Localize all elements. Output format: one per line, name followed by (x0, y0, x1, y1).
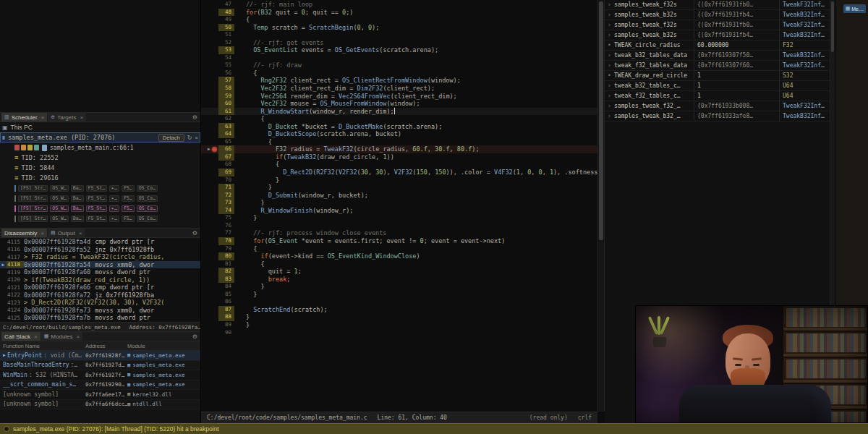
editor-line[interactable]: 51 (201, 31, 597, 39)
close-icon[interactable]: × (79, 230, 82, 237)
disassembly-row[interactable]: 4117> F32 radius = TweakF32(circle_radiu… (0, 253, 200, 261)
expander-icon[interactable]: › (608, 32, 612, 38)
editor-line[interactable]: 89} (201, 321, 597, 329)
close-icon[interactable]: × (41, 230, 44, 237)
tab-output[interactable]: ▤ Output × (48, 229, 85, 237)
editor-line[interactable]: 67 if(TweakB32(draw_red_circle, 1)) (201, 153, 597, 161)
refresh-icon[interactable]: ↻ (187, 135, 192, 141)
expander-icon[interactable]: › (608, 52, 612, 59)
callstack-row[interactable]: WinMain: S32 (HINSTA…0x7ff61927f…▦sample… (0, 370, 200, 380)
watch-value[interactable]: 1 (694, 71, 780, 80)
expander-icon[interactable]: › (608, 1, 612, 8)
watch-value[interactable]: {(0x7ff61931fb4… (694, 10, 780, 20)
gear-icon[interactable]: ⚙ (192, 230, 197, 237)
expander-icon[interactable]: • (608, 42, 612, 48)
editor-line[interactable]: 90 (201, 329, 597, 337)
thread-stack-row[interactable]: [FS] Str…OS_W…Ba…F5_St…▸…F5…OS_Co… (0, 203, 200, 213)
watch-row[interactable]: ›samples_tweak_b32s{(0x7ff61931fb4…Tweak… (605, 30, 835, 41)
disassembly-row[interactable]: 41250x00007ff61928fa7bmovss dword ptr (0, 314, 200, 322)
expander-icon[interactable]: • (608, 72, 612, 79)
editor-line[interactable]: 72 D_Submit(window_r, bucket); (201, 192, 597, 200)
scrollbar-thumb[interactable] (831, 1, 834, 52)
close-icon[interactable]: × (41, 114, 45, 121)
editor-line[interactable]: 52 //- rjf: get events (201, 39, 597, 47)
disassembly-row[interactable]: ▶41180x00007ff61928fa54movss xmm0, dwor (0, 261, 200, 269)
breakpoint-gutter[interactable]: ▶ (201, 147, 218, 152)
expander-icon[interactable]: › (608, 113, 612, 119)
tab-targets[interactable]: ⊕ Targets × (48, 113, 86, 122)
callstack-row[interactable]: [unknown symbol]0x7ffa6f6dcc…▦ntdll.dll (0, 400, 200, 410)
watch-row[interactable]: ›samples_tweak_f32_…{0x7ff61933b008…Twea… (605, 101, 835, 111)
expander-icon[interactable]: › (608, 22, 612, 28)
watch-row[interactable]: ›samples_tweak_f32s{(0x7ff61931fb0…Tweak… (605, 20, 835, 30)
editor-line[interactable]: 83 break; (201, 276, 597, 284)
expander-icon[interactable]: › (608, 93, 612, 99)
editor-line[interactable]: 58 Vec2F32 client_rect_dim = Dim2F32(cli… (201, 85, 597, 93)
editor-line[interactable]: 88} (201, 313, 597, 321)
editor-line[interactable]: 63 D_Bucket *bucket = D_BucketMake(scrat… (201, 123, 597, 131)
callstack-row[interactable]: __scrt_common_main_s…0x7ff619290…▦sample… (0, 380, 200, 391)
close-icon[interactable]: × (80, 114, 83, 121)
watch-row[interactable]: ›tweak_f32_tables_c…1U64 (605, 91, 835, 101)
metrics-window-tab[interactable]: ▦ Me… (843, 4, 866, 13)
expander-icon[interactable]: › (608, 103, 612, 109)
editor-line[interactable]: 53 OS_EventList events = OS_GetEvents(sc… (201, 46, 597, 54)
editor-line[interactable]: 60 Vec2F32 mouse = OS_MouseFromWindow(wi… (201, 100, 597, 108)
editor-line[interactable]: 68 { (201, 161, 597, 169)
thread-location-row[interactable]: samples_meta_main.c:66:1 (0, 142, 200, 153)
watch-value[interactable]: 1 (694, 91, 780, 101)
editor-scrollbar[interactable] (597, 0, 605, 412)
watch-row[interactable]: ›tweak_b32_tables_data{0x7ff619307f50…Tw… (605, 51, 835, 61)
thread-stack-row[interactable]: [FS] Str…OS_W…Ba…F5_St…▸…F5…OS_Co… (0, 183, 200, 193)
editor-line[interactable]: 47//- rjf: main loop (201, 1, 597, 9)
disassembly-row[interactable]: 41220x00007ff61928fa72jz 0x7ff61928fba (0, 292, 200, 299)
watch-value[interactable]: {(0x7ff61931fb0… (694, 0, 780, 9)
editor-line[interactable]: 50 Temp scratch = ScratchBegin(0, 0); (201, 24, 597, 32)
watch-row[interactable]: ›samples_tweak_f32s{(0x7ff61931fb0…Tweak… (605, 0, 835, 10)
watch-row[interactable]: ›samples_tweak_b32s{(0x7ff61931fb4…Tweak… (605, 10, 835, 20)
thread-row[interactable]: ≡TID: 29616 (0, 173, 200, 183)
editor-line[interactable]: 59 Vec2S64 render_dim = Vec2S64FromVec(c… (201, 93, 597, 101)
disassembly-panel[interactable]: 41150x00007ff61928fa4dcmp dword ptr [r41… (0, 238, 200, 322)
editor-line[interactable]: 81 { (201, 260, 597, 268)
editor-line[interactable]: 65 { (201, 138, 597, 146)
thread-stack-row[interactable]: [FS] Str…OS_W…Ba…F5_St…▸…F5…OS_Co… (0, 213, 200, 224)
editor-line[interactable]: 75 } (201, 214, 597, 222)
editor-line[interactable]: 80 if(event->kind == OS_EventKind_Window… (201, 252, 597, 260)
watch-value[interactable]: 60.000000 (694, 41, 780, 50)
tab-callstack[interactable]: Call Stack × (1, 332, 41, 341)
editor-line[interactable]: 61 R_WindowStart(window_r, render_dim); (201, 108, 597, 116)
scrollbar-thumb[interactable] (599, 1, 603, 240)
editor-line[interactable]: 85 } (201, 291, 597, 299)
editor-line[interactable]: 55 //- rjf: draw (201, 61, 597, 69)
watch-row[interactable]: •TWEAK_draw_red_circle1S32 (605, 71, 835, 81)
editor-line[interactable]: 54 (201, 54, 597, 62)
disassembly-row[interactable]: 41210x00007ff61928fa66cmp dword ptr [r (0, 284, 200, 292)
machine-row[interactable]: ▣ This PC (0, 122, 200, 132)
editor-line[interactable]: 73 } (201, 199, 597, 207)
watch-value[interactable]: {(0x7ff61931fb4… (694, 30, 780, 40)
editor-line[interactable]: 56 { (201, 69, 597, 77)
editor-line[interactable]: ▶66 F32 radius = TweakF32(circle_radius,… (201, 145, 597, 153)
editor-line[interactable]: 78 for(OS_Event *event = events.first; e… (201, 237, 597, 245)
watch-row[interactable]: ›tweak_f32_tables_data{0x7ff619307f60…Tw… (605, 61, 835, 71)
editor-line[interactable]: 64 D_BucketScope(scratch.arena, bucket) (201, 130, 597, 138)
editor-line[interactable]: 82 quit = 1; (201, 268, 597, 276)
watch-value[interactable]: {0x7ff61933afe8… (694, 111, 780, 121)
thread-row[interactable]: ≡TID: 22552 (0, 153, 200, 163)
breakpoint-icon[interactable] (212, 147, 217, 152)
callstack-row[interactable]: ▶EntryPoint: void (Cm…0x7ff61928f…▦sampl… (0, 351, 200, 361)
tab-scheduler[interactable]: ▥ Scheduler × (1, 113, 47, 122)
close-icon[interactable]: × (77, 333, 80, 340)
watch-value[interactable]: {0x7ff61933b008… (694, 101, 780, 111)
thread-stack-row[interactable]: [FS] Str…OS_W…Ba…F5_St…▸…F5…OS_Co… (0, 193, 200, 203)
disassembly-row[interactable]: 4120> if(TweakB32(draw_red_circle, 1)) (0, 276, 200, 284)
watch-value[interactable]: {0x7ff619307f60… (694, 61, 780, 70)
watch-value[interactable]: 1 (694, 81, 780, 90)
watch-value[interactable]: {0x7ff619307f50… (694, 51, 780, 60)
thread-row[interactable]: ≡TID: 5844 (0, 163, 200, 173)
gear-icon[interactable]: ⚙ (192, 114, 197, 121)
editor-line[interactable]: 48for(B32 quit = 0; quit == 0;) (201, 9, 597, 17)
editor-line[interactable]: 77 //- rjf: process window close events (201, 229, 597, 237)
disassembly-row[interactable]: 41240x00007ff61928fa73movss xmm0, dwor (0, 307, 200, 315)
